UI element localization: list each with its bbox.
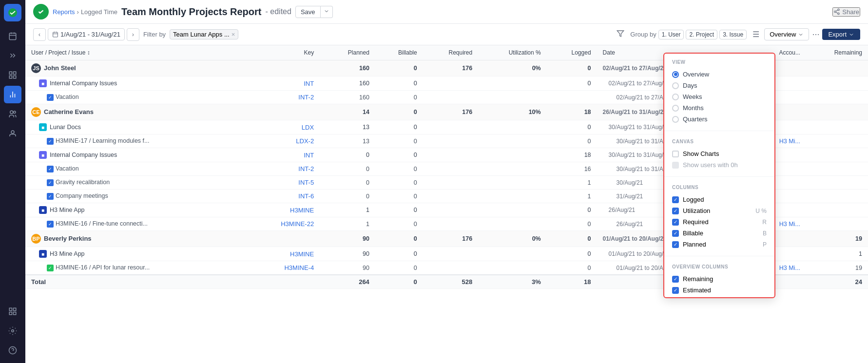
col-header-billable[interactable]: Billable xyxy=(375,45,423,60)
view-option-overview[interactable]: Overview xyxy=(672,69,767,80)
row-utilization xyxy=(478,76,547,91)
col-header-planned[interactable]: Planned xyxy=(320,45,375,60)
row-utilization xyxy=(478,162,547,176)
col-header-user[interactable]: User / Project / Issue ↕ xyxy=(25,45,229,60)
filter-icon-button[interactable] xyxy=(615,28,626,41)
col-required-checkbox[interactable]: ✓ xyxy=(672,219,679,226)
overview-button[interactable]: Overview xyxy=(764,28,809,40)
row-remaining xyxy=(806,217,868,231)
more-options-button[interactable]: ··· xyxy=(812,29,819,39)
sidebar-item-reports[interactable] xyxy=(4,86,21,103)
row-utilization xyxy=(478,134,547,148)
group-tag-1[interactable]: 1. User xyxy=(658,30,684,39)
show-charts-item[interactable]: Show Charts xyxy=(672,148,767,159)
row-key xyxy=(229,104,320,120)
row-remaining xyxy=(806,104,868,120)
svg-rect-18 xyxy=(9,312,12,315)
svg-rect-7 xyxy=(14,76,16,78)
edited-label: - edited xyxy=(266,7,291,16)
row-required xyxy=(423,176,478,190)
svg-rect-16 xyxy=(14,308,16,310)
row-key: INT xyxy=(229,148,320,162)
row-name: ✓Vacation xyxy=(25,91,229,104)
col-logged-checkbox[interactable]: ✓ xyxy=(672,196,679,203)
sidebar-item-settings[interactable] xyxy=(4,322,21,340)
row-logged: 1 xyxy=(547,190,597,203)
radio-days xyxy=(672,82,679,89)
svg-point-19 xyxy=(12,330,14,332)
col-utilization-checkbox[interactable]: ✓ xyxy=(672,208,679,214)
view-option-days[interactable]: Days xyxy=(672,80,767,91)
group-tag-2[interactable]: 2. Project xyxy=(686,30,717,39)
row-name: ■Internal Company Issues xyxy=(25,76,229,91)
col-logged-item[interactable]: ✓ Logged xyxy=(672,194,767,205)
filter-tag-remove[interactable]: × xyxy=(231,31,235,38)
row-billable: 0 xyxy=(375,231,423,247)
col-header-remaining[interactable]: Remaining xyxy=(806,45,868,60)
col-planned-checkbox[interactable]: ✓ xyxy=(672,241,679,248)
view-option-quarters[interactable]: Quarters xyxy=(672,114,767,125)
row-required xyxy=(423,203,478,217)
show-charts-checkbox[interactable] xyxy=(672,151,679,157)
view-option-months[interactable]: Months xyxy=(672,102,767,114)
sidebar-item-chart-bar[interactable] xyxy=(4,66,21,84)
col-planned-item[interactable]: ✓ Planned P xyxy=(672,239,767,250)
row-utilization xyxy=(478,190,547,203)
row-key: INT-2 xyxy=(229,162,320,176)
export-button[interactable]: Export xyxy=(822,29,860,40)
panel-scroll[interactable]: VIEW Overview Days Weeks Months Quarters xyxy=(664,54,774,297)
view-dropdown-panel: VIEW Overview Days Weeks Months Quarters xyxy=(663,53,775,298)
header-left: Reports › Logged Time Team Monthly Proje… xyxy=(33,4,333,19)
row-name: JSJohn Steel xyxy=(25,60,229,76)
filter-tag[interactable]: Team Lunar Apps ... × xyxy=(170,29,238,39)
col-estimated-checkbox[interactable]: ✓ xyxy=(672,287,679,294)
save-dropdown-button[interactable] xyxy=(321,6,333,18)
view-option-weeks[interactable]: Weeks xyxy=(672,91,767,102)
col-header-logged[interactable]: Logged xyxy=(547,45,597,60)
row-remaining: 19 xyxy=(806,231,868,247)
sidebar-item-calendar[interactable] xyxy=(4,27,21,45)
view-section-title: VIEW xyxy=(672,59,767,65)
sidebar-item-users[interactable] xyxy=(4,105,21,123)
col-utilization-shortcut: U % xyxy=(755,208,767,214)
date-navigation: ‹ 1/Aug/21 - 31/Aug/21 › xyxy=(33,28,139,41)
col-remaining-item[interactable]: ✓ Remaining xyxy=(672,273,767,285)
filter-tag-label: Team Lunar Apps ... xyxy=(173,31,230,38)
row-utilization xyxy=(478,148,547,162)
breadcrumb-reports[interactable]: Reports xyxy=(53,8,75,16)
row-required xyxy=(423,120,478,134)
total-billable: 0 xyxy=(375,275,423,289)
row-billable: 0 xyxy=(375,176,423,190)
col-utilization-item[interactable]: ✓ Utilization U % xyxy=(672,205,767,216)
row-logged: 1 xyxy=(547,176,597,190)
app-logo[interactable] xyxy=(4,4,21,21)
sidebar-item-grid[interactable] xyxy=(4,303,21,320)
date-range-picker[interactable]: 1/Aug/21 - 31/Aug/21 xyxy=(48,28,125,40)
col-header-required[interactable]: Required xyxy=(423,45,478,60)
row-remaining xyxy=(806,148,868,162)
sidebar-item-help[interactable] xyxy=(4,342,21,359)
row-name: ✓Gravity recalibration xyxy=(25,176,229,190)
row-planned: 13 xyxy=(320,120,375,134)
col-required-item[interactable]: ✓ Required R xyxy=(672,216,767,228)
row-name: ■H3 Mine App xyxy=(25,247,229,261)
page-title: Team Monthly Projects Report xyxy=(121,6,261,18)
col-header-key[interactable]: Key xyxy=(229,45,320,60)
sidebar-item-arrow[interactable] xyxy=(4,47,21,64)
row-planned: 1 xyxy=(320,217,375,231)
prev-date-button[interactable]: ‹ xyxy=(33,28,46,41)
col-billable-checkbox[interactable]: ✓ xyxy=(672,230,679,237)
col-billable-item[interactable]: ✓ Billable B xyxy=(672,228,767,239)
col-estimated-item[interactable]: ✓ Estimated xyxy=(672,285,767,296)
group-tag-3[interactable]: 3. Issue xyxy=(719,30,747,39)
save-button[interactable]: Save xyxy=(295,6,321,18)
col-remaining-checkbox[interactable]: ✓ xyxy=(672,276,679,283)
col-header-utilization[interactable]: Utilization % xyxy=(478,45,547,60)
next-date-button[interactable]: › xyxy=(127,28,139,41)
svg-marker-32 xyxy=(617,31,624,37)
share-button[interactable]: Share xyxy=(832,7,860,17)
menu-icon-button[interactable]: ☰ xyxy=(751,28,761,41)
svg-point-12 xyxy=(10,111,13,114)
sidebar-item-user[interactable] xyxy=(4,125,21,142)
row-key: H3MINE xyxy=(229,203,320,217)
